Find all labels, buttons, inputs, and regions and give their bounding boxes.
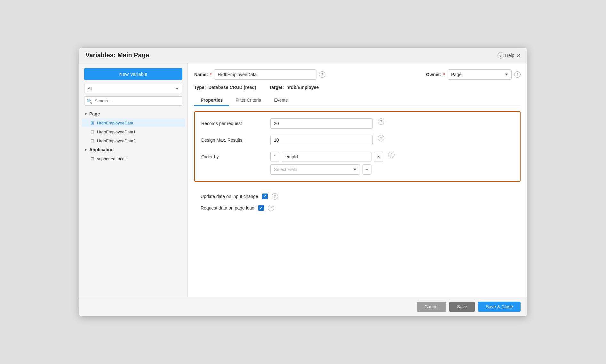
tree-item-supportedlocale[interactable]: ⊡ supportedLocale xyxy=(82,154,185,163)
tree-section: ▼ Page ⊞ HrdbEmployeeData ⊟ HrdbEmployee… xyxy=(79,109,187,163)
tree-item-label-1: HrdbEmployeeData1 xyxy=(97,130,136,134)
header-actions: ? Help × xyxy=(498,52,521,59)
select-field-dropdown[interactable]: Select Field xyxy=(270,164,360,175)
tree-item-hrdbemployeedata[interactable]: ⊞ HrdbEmployeeData xyxy=(82,118,185,127)
design-max-results-label: Design Max. Results: xyxy=(201,135,265,143)
request-data-label: Request data on page load xyxy=(201,205,254,210)
target-item: Target: hrdb/Employee xyxy=(269,85,319,90)
tab-properties[interactable]: Properties xyxy=(194,95,229,106)
owner-group: Owner: * Page ? xyxy=(426,69,521,80)
name-input[interactable] xyxy=(214,69,316,80)
var-icon: ⊡ xyxy=(91,156,94,161)
search-input[interactable] xyxy=(84,96,182,106)
db-icon-active: ⊞ xyxy=(91,120,94,125)
owner-label: Owner: * xyxy=(426,72,445,77)
help-label: Help xyxy=(505,53,514,58)
sort-ascending-button[interactable]: ⌃ xyxy=(270,152,279,162)
new-variable-button[interactable]: New Variable xyxy=(84,68,182,80)
save-close-button[interactable]: Save & Close xyxy=(478,302,521,312)
owner-select[interactable]: Page xyxy=(448,69,512,80)
search-box: 🔍 xyxy=(84,96,182,106)
target-value: hrdb/Employee xyxy=(286,85,319,90)
request-data-help-icon[interactable]: ? xyxy=(268,205,274,211)
owner-help-icon[interactable]: ? xyxy=(514,71,521,78)
modal-title: Variables: Main Page xyxy=(85,51,149,59)
type-target-row: Type: Database CRUD (read) Target: hrdb/… xyxy=(194,85,521,90)
update-data-checkbox[interactable] xyxy=(262,194,268,199)
design-max-results-input[interactable] xyxy=(270,135,373,145)
modal-header: Variables: Main Page ? Help × xyxy=(79,48,527,63)
tab-events[interactable]: Events xyxy=(267,95,294,106)
page-group-label: Page xyxy=(89,111,100,116)
target-label: Target: xyxy=(269,85,284,90)
help-button[interactable]: ? Help xyxy=(498,52,514,59)
add-field-button[interactable]: + xyxy=(363,164,371,175)
name-label: Name: * xyxy=(194,72,211,77)
select-field-row: Select Field + xyxy=(270,164,383,175)
page-group-header[interactable]: ▼ Page xyxy=(82,109,185,118)
db-icon-1: ⊟ xyxy=(91,129,94,134)
order-by-help-icon[interactable]: ? xyxy=(388,152,395,158)
modal-footer: Cancel Save Save & Close xyxy=(79,297,527,316)
name-owner-row: Name: * ? Owner: * Page ? xyxy=(194,69,521,80)
order-by-row: Order by: ⌃ × Select Field + xyxy=(201,152,514,175)
modal-body: New Variable All 🔍 ▼ Page ⊞ HrdbEmployee… xyxy=(79,63,527,297)
update-data-row: Update data on input change ? xyxy=(201,193,514,200)
tree-item-hrdbemployeedata1[interactable]: ⊟ HrdbEmployeeData1 xyxy=(82,127,185,136)
records-per-request-label: Records per request xyxy=(201,118,265,126)
update-data-help-icon[interactable]: ? xyxy=(272,193,278,200)
records-per-request-row: Records per request ? xyxy=(201,118,514,129)
request-data-checkbox[interactable] xyxy=(258,205,264,211)
order-by-label: Order by: xyxy=(201,152,265,159)
properties-section: Records per request ? Design Max. Result… xyxy=(194,111,521,182)
order-by-input[interactable] xyxy=(282,152,371,162)
design-max-results-row: Design Max. Results: ? xyxy=(201,135,514,145)
main-content: Name: * ? Owner: * Page ? xyxy=(188,63,527,297)
order-by-container: ⌃ × Select Field + xyxy=(270,152,383,175)
application-chevron-icon: ▼ xyxy=(84,148,87,152)
order-by-input-row: ⌃ × xyxy=(270,152,383,162)
page-chevron-icon: ▼ xyxy=(84,112,87,116)
update-data-label: Update data on input change xyxy=(201,194,258,199)
application-group-label: Application xyxy=(89,147,114,152)
clear-order-by-button[interactable]: × xyxy=(374,152,383,162)
records-per-request-input[interactable] xyxy=(270,118,373,129)
name-required-star: * xyxy=(210,72,211,77)
records-help-icon[interactable]: ? xyxy=(378,118,384,125)
db-icon-2: ⊟ xyxy=(91,138,94,143)
name-help-icon[interactable]: ? xyxy=(319,71,325,78)
name-group: Name: * ? xyxy=(194,69,422,80)
tree-item-label: HrdbEmployeeData xyxy=(97,121,133,125)
save-button[interactable]: Save xyxy=(449,302,475,312)
tree-item-label-supported: supportedLocale xyxy=(97,156,128,161)
filter-select[interactable]: All xyxy=(84,84,182,93)
checkbox-section: Update data on input change ? Request da… xyxy=(194,188,521,221)
tab-filter-criteria[interactable]: Filter Criteria xyxy=(229,95,267,106)
close-button[interactable]: × xyxy=(517,52,521,59)
tabs-bar: Properties Filter Criteria Events xyxy=(194,95,521,106)
variables-modal: Variables: Main Page ? Help × New Variab… xyxy=(79,48,527,316)
search-icon: 🔍 xyxy=(87,99,92,104)
help-circle-icon: ? xyxy=(498,52,504,59)
tree-item-hrdbemployeedata2[interactable]: ⊟ HrdbEmployeeData2 xyxy=(82,136,185,145)
type-item: Type: Database CRUD (read) xyxy=(194,85,256,90)
type-value: Database CRUD (read) xyxy=(208,85,256,90)
application-group-header[interactable]: ▼ Application xyxy=(82,145,185,154)
tree-item-label-2: HrdbEmployeeData2 xyxy=(97,138,136,143)
request-data-row: Request data on page load ? xyxy=(201,205,514,211)
design-max-help-icon[interactable]: ? xyxy=(378,135,384,141)
type-label: Type: xyxy=(194,85,206,90)
sidebar: New Variable All 🔍 ▼ Page ⊞ HrdbEmployee… xyxy=(79,63,188,297)
owner-required-star: * xyxy=(443,72,445,77)
cancel-button[interactable]: Cancel xyxy=(417,302,446,312)
